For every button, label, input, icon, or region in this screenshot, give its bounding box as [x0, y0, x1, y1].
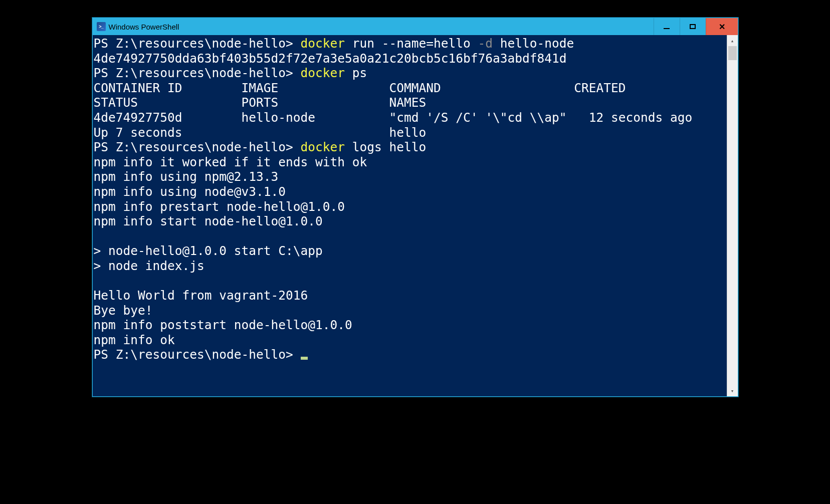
close-icon: ✕ — [719, 22, 725, 32]
minimize-icon — [664, 28, 670, 29]
powershell-icon — [97, 22, 106, 31]
scrollbar-thumb[interactable] — [728, 46, 737, 60]
scrollbar-track[interactable] — [727, 46, 738, 385]
maximize-icon — [690, 24, 696, 29]
powershell-window: Windows PowerShell ✕ PS Z:\resources\nod… — [92, 18, 738, 397]
scroll-down-button[interactable]: ▾ — [727, 385, 738, 396]
minimize-button[interactable] — [654, 18, 680, 35]
maximize-button[interactable] — [680, 18, 706, 35]
titlebar[interactable]: Windows PowerShell ✕ — [93, 18, 738, 35]
window-title: Windows PowerShell — [109, 23, 179, 31]
titlebar-left: Windows PowerShell — [93, 18, 654, 35]
window-controls: ✕ — [654, 18, 738, 35]
scroll-up-button[interactable]: ▴ — [727, 35, 738, 46]
terminal-output[interactable]: PS Z:\resources\node-hello> docker run -… — [93, 35, 727, 396]
close-button[interactable]: ✕ — [706, 18, 738, 35]
vertical-scrollbar[interactable]: ▴ ▾ — [727, 35, 738, 396]
client-area: PS Z:\resources\node-hello> docker run -… — [93, 35, 738, 396]
cursor — [301, 357, 308, 360]
